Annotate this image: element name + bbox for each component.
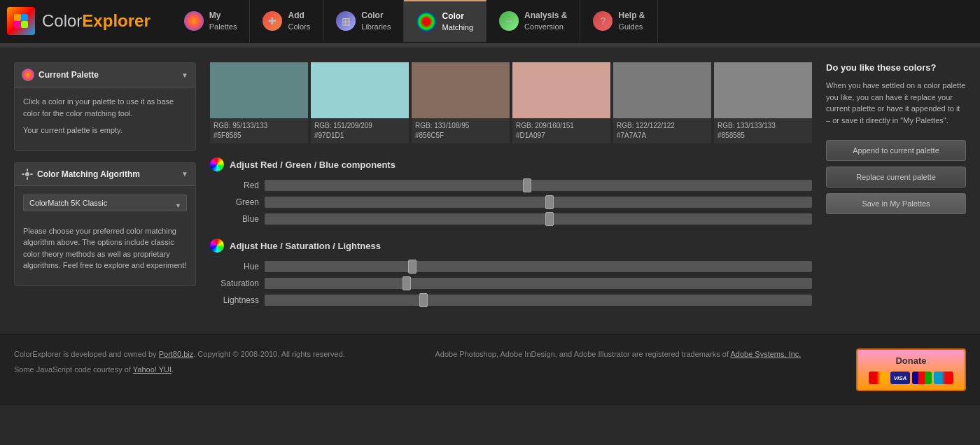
saturation-slider[interactable] — [265, 278, 812, 289]
lightness-thumb[interactable] — [419, 293, 428, 307]
saturation-thumb[interactable] — [402, 276, 411, 290]
red-label: Red — [210, 181, 259, 190]
swatch-rgb-1: RGB: 95/133/133 — [214, 121, 304, 131]
current-palette-desc2: Your current palette is empty. — [23, 125, 187, 136]
match-icon — [416, 12, 436, 31]
adjust-rgb-title: Adjust Red / Green / Blue components — [230, 160, 396, 170]
donate-button[interactable]: Donate VISA — [856, 348, 966, 391]
logo: ColorExplorer — [7, 0, 164, 42]
hue-label: Hue — [210, 262, 259, 271]
svg-rect-6 — [27, 177, 28, 180]
nav-add-colors-label: AddColors — [288, 10, 310, 31]
algorithm-body: ColorMatch 5K Classic Classic Color Theo… — [15, 186, 195, 285]
green-slider-row: Green — [210, 197, 812, 208]
adjust-hsl-header: Adjust Hue / Saturation / Lightness — [210, 239, 812, 253]
nav-my-palettes[interactable]: MyPalettes — [172, 0, 251, 42]
swatch-1[interactable]: RGB: 95/133/133 #5F8585 — [210, 62, 308, 143]
hue-thumb[interactable] — [408, 260, 416, 274]
svg-rect-1 — [21, 14, 28, 21]
port80-link[interactable]: Port80.biz — [159, 350, 194, 358]
swatch-3[interactable]: RGB: 133/108/95 #856C5F — [412, 62, 510, 143]
do-you-desc: When you have settled on a color palette… — [826, 80, 966, 126]
swatch-6[interactable]: RGB: 133/133/133 #858585 — [714, 62, 812, 143]
nav-color-libraries-label: ColorLibraries — [361, 10, 391, 31]
do-you-like-heading: Do you like these colors? — [826, 62, 966, 73]
saturation-label: Saturation — [210, 278, 259, 288]
swatch-info-6: RGB: 133/133/133 #858585 — [714, 118, 812, 143]
algorithm-desc: Please choose your preferred color match… — [23, 225, 187, 271]
current-palette-panel: Current Palette ▼ Click a color in your … — [14, 62, 196, 151]
green-slider[interactable] — [265, 197, 812, 208]
swatch-5[interactable]: RGB: 122/122/122 #7A7A7A — [613, 62, 711, 143]
red-slider-row: Red — [210, 180, 812, 191]
blue-slider[interactable] — [265, 213, 812, 225]
swatch-rgb-2: RGB: 151/209/209 — [314, 121, 405, 131]
algorithm-select-wrapper: ColorMatch 5K Classic Classic Color Theo… — [23, 195, 187, 218]
replace-button[interactable]: Replace current palette — [826, 167, 966, 188]
donate-area: Donate VISA — [856, 348, 966, 391]
hue-slider[interactable] — [265, 261, 812, 272]
nav-analysis[interactable]: ↔ Analysis &Conversion — [486, 0, 580, 42]
swatch-hex-1: #5F8585 — [214, 131, 304, 141]
adobe-link[interactable]: Adobe Systems, Inc. — [730, 350, 801, 358]
svg-rect-8 — [30, 174, 33, 175]
payment-cards: VISA — [869, 372, 953, 384]
mastercard-icon — [869, 372, 888, 384]
nav-color-libraries[interactable]: ▦ ColorLibraries — [323, 0, 404, 42]
algorithm-select[interactable]: ColorMatch 5K Classic Classic Color Theo… — [23, 195, 187, 211]
donate-label: Donate — [895, 355, 926, 366]
header: ColorExplorer MyPalettes ✚ AddColors ▦ C… — [0, 0, 980, 43]
svg-rect-0 — [14, 14, 21, 21]
swatch-color-5 — [613, 62, 711, 118]
green-label: Green — [210, 197, 259, 207]
current-palette-desc1: Click a color in your palette to use it … — [23, 96, 187, 119]
swatch-hex-5: #7A7A7A — [617, 131, 708, 141]
nav-color-matching[interactable]: ColorMatching — [404, 0, 486, 42]
red-slider[interactable] — [265, 180, 812, 191]
panel-arrow-icon: ▼ — [181, 71, 188, 79]
green-thumb[interactable] — [545, 195, 554, 209]
hue-slider-row: Hue — [210, 261, 812, 272]
visa-icon: VISA — [890, 372, 910, 384]
swatch-hex-6: #858585 — [718, 131, 808, 141]
swatch-info-2: RGB: 151/209/209 #97D1D1 — [311, 118, 409, 143]
nav-help[interactable]: ? Help &Guides — [580, 0, 658, 42]
swatch-rgb-6: RGB: 133/133/133 — [718, 121, 808, 131]
footer-copyright: ColorExplorer is developed and owned by … — [14, 348, 407, 361]
current-palette-header[interactable]: Current Palette ▼ — [15, 63, 195, 87]
save-in-palettes-button[interactable]: Save in My Palettes — [826, 193, 966, 214]
footer-js-credit: Some JavaScript code courtesy of Yahoo! … — [14, 364, 407, 376]
main-nav: MyPalettes ✚ AddColors ▦ ColorLibraries … — [172, 0, 659, 42]
lightness-slider-row: Lightness — [210, 295, 812, 306]
add-icon: ✚ — [262, 11, 282, 31]
color-wheel-hsl-icon — [210, 239, 224, 253]
swatch-4[interactable]: RGB: 209/160/151 #D1A097 — [512, 62, 610, 143]
lightness-slider[interactable] — [265, 295, 812, 306]
footer-adobe: Adobe Photoshop, Adobe InDesign, and Ado… — [435, 348, 829, 361]
swatch-rgb-5: RGB: 122/122/122 — [617, 121, 708, 131]
current-palette-body: Click a color in your palette to use it … — [15, 87, 195, 150]
adjust-hsl-title: Adjust Hue / Saturation / Lightness — [230, 241, 381, 251]
append-button[interactable]: Append to current palette — [826, 140, 966, 161]
sub-bar — [0, 43, 980, 48]
algorithm-header[interactable]: Color Matching Algorithm ▼ — [15, 163, 195, 186]
nav-add-colors[interactable]: ✚ AddColors — [250, 0, 323, 42]
analysis-icon: ↔ — [499, 11, 519, 31]
blue-thumb[interactable] — [545, 212, 554, 226]
color-wheel-rgb-icon — [210, 157, 224, 171]
blue-slider-row: Blue — [210, 213, 812, 225]
swatch-2[interactable]: RGB: 151/209/209 #97D1D1 — [311, 62, 409, 143]
yui-link[interactable]: Yahoo! YUI — [133, 365, 172, 374]
swatch-rgb-3: RGB: 133/108/95 — [415, 121, 506, 131]
svg-rect-2 — [14, 21, 21, 28]
footer: ColorExplorer is developed and owned by … — [0, 334, 980, 405]
palette-icon — [184, 11, 204, 31]
swatch-color-1 — [210, 62, 308, 118]
saturation-slider-row: Saturation — [210, 278, 812, 289]
swatch-hex-3: #856C5F — [415, 131, 506, 141]
nav-color-matching-label: ColorMatching — [442, 11, 473, 32]
adjust-rgb-header: Adjust Red / Green / Blue components — [210, 157, 812, 171]
blue-label: Blue — [210, 214, 259, 224]
red-thumb[interactable] — [523, 178, 531, 192]
lib-icon: ▦ — [336, 11, 356, 31]
